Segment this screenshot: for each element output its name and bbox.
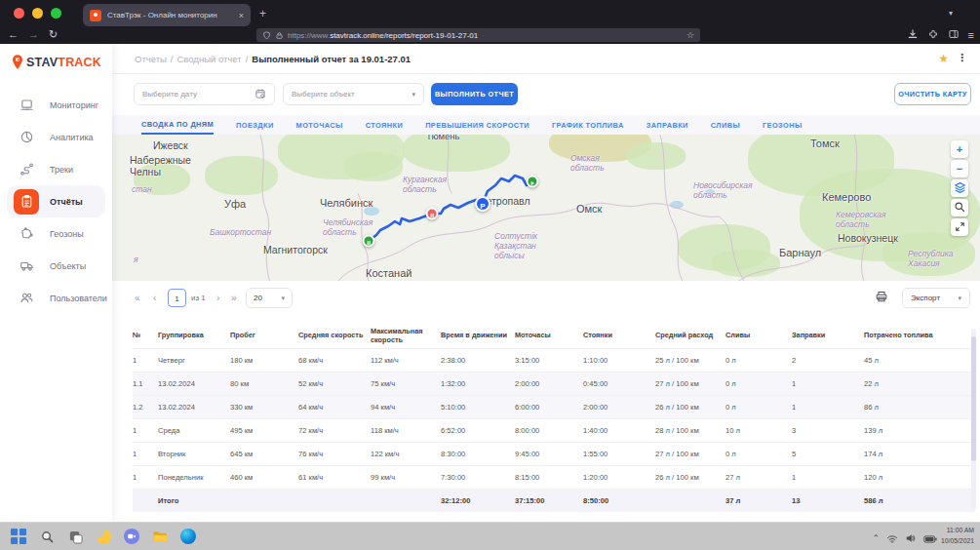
sidebar-panel-icon[interactable] (948, 26, 960, 44)
cell-number: 1 (133, 356, 158, 365)
map-zoom-out-button[interactable]: − (951, 160, 968, 177)
battery-icon[interactable] (923, 530, 937, 547)
minimize-window-button[interactable] (32, 8, 43, 19)
map-layers-button[interactable] (951, 179, 968, 197)
back-button[interactable]: ← (8, 26, 19, 43)
edge-browser-icon[interactable] (179, 528, 197, 545)
prev-page-button[interactable]: ‹ (153, 292, 156, 305)
table-header-cell[interactable]: Стоянки (583, 331, 655, 339)
export-select[interactable]: Экспорт▾ (902, 288, 970, 308)
tab-stoyanki[interactable]: СТОЯНКИ (366, 115, 403, 135)
clear-map-button[interactable]: ОЧИСТИТЬ КАРТУ (894, 83, 971, 105)
page-size-select[interactable]: 20▾ (246, 288, 293, 308)
tray-chevron-icon[interactable]: ⌃ (872, 533, 880, 543)
menu-hamburger-icon[interactable]: ≡ (968, 29, 974, 41)
tab-close-icon[interactable]: × (239, 11, 244, 20)
table-header-cell[interactable]: Максимальная скорость (371, 327, 441, 344)
table-header-cell[interactable]: Время в движении (441, 331, 515, 339)
sidebar-item-icon (14, 93, 39, 118)
sidebar-item-tracks[interactable]: Треки (0, 153, 112, 185)
calendar-icon[interactable] (255, 88, 266, 101)
sidebar-item-users[interactable]: Пользователи (0, 282, 112, 314)
next-page-button[interactable]: › (216, 292, 219, 305)
sidebar-item-reports[interactable]: Отчёты (7, 185, 105, 217)
tab-slivy[interactable]: СЛИВЫ (711, 115, 740, 135)
tab-prevysheniya[interactable]: ПРЕВЫШЕНИЯ СКОРОСТИ (425, 115, 529, 135)
route-start-marker[interactable] (527, 176, 539, 188)
forward-button[interactable]: → (28, 26, 39, 43)
shield-icon[interactable] (262, 31, 271, 40)
cell-moving-time: 6:52:00 (441, 426, 515, 435)
table-header-cell[interactable]: Потрачено топлива (864, 331, 975, 339)
tab-svodka[interactable]: СВОДКА ПО ДНЯМ (141, 115, 214, 135)
tab-zapravki[interactable]: ЗАПРАВКИ (647, 115, 688, 135)
chat-icon[interactable] (123, 528, 140, 545)
report-table: №ГруппировкаПробегСредняя скоростьМаксим… (133, 323, 975, 512)
taskbar-search-icon[interactable] (38, 528, 56, 545)
table-row[interactable]: 1 Четверг 180 км 68 км/ч 112 км/ч 2:38:0… (133, 349, 975, 373)
table-row[interactable]: 1 Понедельник 460 км 61 км/ч 99 км/ч 7:3… (133, 466, 975, 490)
table-scrollbar[interactable] (971, 329, 976, 510)
breadcrumb-summary-report[interactable]: Сводный отчет (176, 54, 241, 64)
tab-grafik-topliva[interactable]: ГРАФИК ТОПЛИВА (552, 115, 624, 135)
taskbar-clock[interactable]: 11:00 AM 10/05/2021 (941, 526, 974, 547)
object-select[interactable]: Выберите объект ▾ (283, 83, 424, 105)
new-tab-button[interactable]: + (259, 8, 266, 20)
lock-icon[interactable] (275, 31, 284, 40)
print-button[interactable] (875, 290, 888, 305)
scrollbar-thumb[interactable] (971, 336, 976, 461)
tab-list-chevron-icon[interactable]: ▾ (949, 9, 953, 18)
table-header-cell[interactable]: Пробег (230, 331, 298, 339)
tab-geozony[interactable]: ГЕОЗОНЫ (763, 115, 803, 135)
start-button[interactable] (10, 528, 27, 545)
table-header-cell[interactable]: № (133, 331, 158, 339)
extensions-icon[interactable] (927, 26, 939, 44)
volume-icon[interactable] (905, 530, 917, 547)
table-row[interactable]: 1 Вторник 645 км 76 км/ч 122 км/ч 8:30:0… (133, 443, 975, 466)
sidebar-item-analytics[interactable]: Аналитика (0, 121, 112, 153)
parking-marker[interactable]: P (475, 196, 490, 212)
night-mode-icon[interactable] (95, 528, 112, 545)
run-report-button[interactable]: ВЫПОЛНИТЬ ОТЧЕТ (431, 83, 518, 105)
stop-marker[interactable] (426, 208, 439, 220)
table-header-cell[interactable]: Средний расход (655, 331, 725, 339)
downloads-icon[interactable] (907, 26, 919, 44)
tab-poezdki[interactable]: ПОЕЗДКИ (236, 115, 274, 135)
table-row[interactable]: 1.2 13.02.2024 330 км 64 км/ч 94 км/ч 5:… (133, 396, 975, 419)
browser-tab[interactable]: СтавТрэк - Онлайн мониторин × (83, 4, 251, 26)
first-page-button[interactable]: « (135, 292, 140, 305)
cell-avg-speed: 64 км/ч (298, 403, 371, 412)
reload-button[interactable]: ↻ (49, 26, 58, 43)
stavtrack-logo[interactable]: STAVTRACK (11, 54, 101, 71)
table-header-cell[interactable]: Заправки (792, 331, 864, 339)
table-header-cell[interactable]: Сливы (725, 331, 792, 339)
table-row[interactable]: 1.1 13.02.2024 80 км 52 км/ч 75 км/ч 1:3… (133, 373, 975, 396)
file-explorer-icon[interactable] (151, 528, 169, 545)
route-end-marker[interactable] (363, 235, 375, 248)
table-header-cell[interactable]: Средняя скорость (298, 331, 371, 339)
table-header-cell[interactable]: Моточасы (515, 331, 583, 339)
task-view-icon[interactable] (66, 528, 84, 545)
map-zoom-in-button[interactable]: + (951, 140, 968, 158)
tab-motochasy[interactable]: МОТОЧАСЫ (296, 115, 343, 135)
last-page-button[interactable]: » (231, 292, 237, 305)
map-fullscreen-button[interactable] (951, 218, 968, 236)
breadcrumb-reports[interactable]: Отчеты (135, 54, 167, 64)
maximize-window-button[interactable] (51, 8, 61, 19)
close-window-button[interactable] (14, 8, 24, 19)
cell-moving-time: 7:30:00 (441, 473, 515, 482)
kebab-menu-icon[interactable]: ⋮ (957, 52, 967, 64)
url-bar[interactable]: https://www.stavtrack.online/reports/rep… (256, 28, 700, 42)
map[interactable]: ТюменьИжевскНабережные ЧелныстанУфаБашко… (112, 135, 980, 281)
date-picker-input[interactable]: Выберите дату (134, 83, 275, 105)
bookmark-star-icon[interactable]: ☆ (686, 30, 694, 40)
table-header-cell[interactable]: Группировка (158, 331, 230, 339)
favorite-star-icon[interactable]: ★ (938, 52, 949, 65)
current-page-input[interactable]: 1 (168, 289, 186, 307)
map-search-button[interactable] (951, 199, 968, 216)
sidebar-item-monitoring[interactable]: Мониторинг (0, 89, 112, 121)
table-row[interactable]: 1 Среда 495 км 72 км/ч 118 км/ч 6:52:00 … (133, 419, 975, 443)
sidebar-item-objects[interactable]: Объекты (0, 250, 112, 282)
wifi-icon[interactable] (886, 530, 898, 547)
sidebar-item-geozones[interactable]: Геозоны (0, 217, 112, 250)
